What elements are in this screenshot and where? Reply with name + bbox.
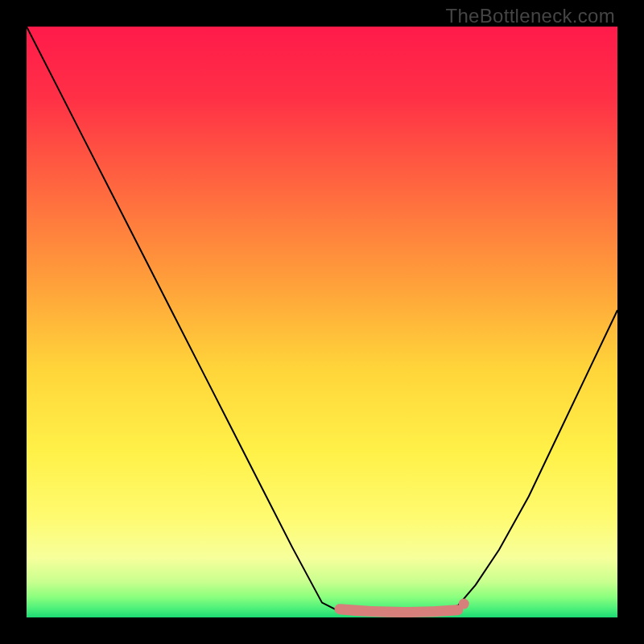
optimal-zone-dot xyxy=(459,599,469,609)
optimal-zone-band xyxy=(340,609,458,613)
chart-background xyxy=(27,27,617,617)
chart-frame xyxy=(27,27,617,617)
watermark: TheBottleneck.com xyxy=(445,5,615,27)
bottleneck-chart xyxy=(27,27,617,617)
